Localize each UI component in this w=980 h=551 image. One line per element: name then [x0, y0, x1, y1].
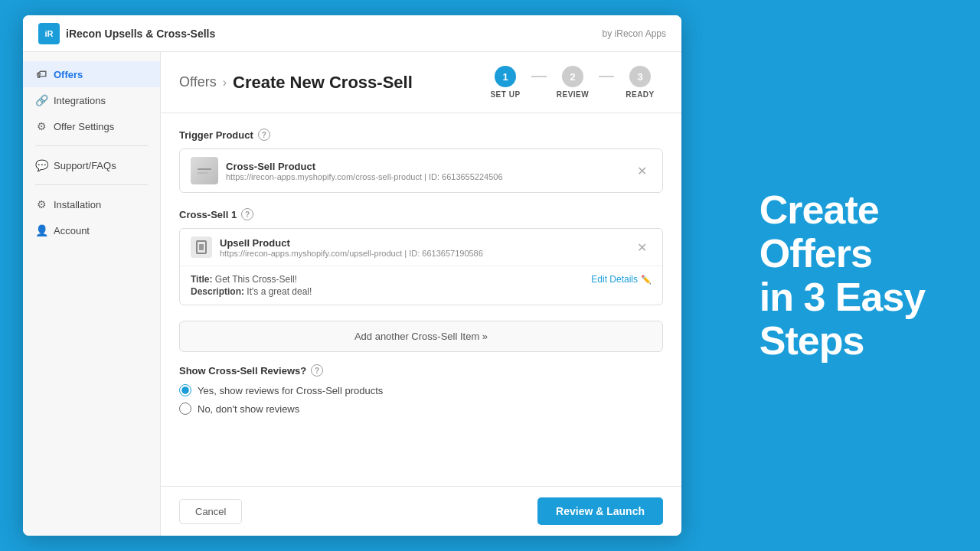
step-label-3: READY: [626, 90, 655, 99]
chat-icon: 💬: [35, 159, 47, 171]
add-cross-sell-item-button[interactable]: Add another Cross-Sell Item »: [179, 321, 663, 352]
sidebar-item-offers[interactable]: 🏷 Offers: [23, 61, 160, 87]
cross-sell-product-info: Upsell Product https://irecon-apps.mysho…: [220, 237, 483, 258]
review-launch-button[interactable]: Review & Launch: [537, 497, 663, 525]
sliders-icon: ⚙: [35, 120, 47, 132]
reviews-yes-radio[interactable]: [179, 384, 191, 396]
cross-sell-card: Upsell Product https://irecon-apps.mysho…: [179, 228, 663, 305]
page-header: Offers › Create New Cross-Sell 1 SET UP: [161, 52, 681, 113]
brand: iR iRecon Upsells & Cross-Sells: [38, 23, 215, 44]
cross-sell-card-header: Upsell Product https://irecon-apps.mysho…: [180, 229, 662, 266]
trigger-product-thumb: [191, 157, 218, 184]
page-title: Create New Cross-Sell: [233, 73, 413, 93]
trigger-product-section: Trigger Product ?: [179, 129, 663, 193]
description-value: It's a great deal!: [247, 286, 312, 297]
cross-sell-help-icon[interactable]: ?: [241, 208, 253, 220]
sidebar-item-installation[interactable]: ⚙ Installation: [23, 191, 160, 217]
cross-sell-product-url: https://irecon-apps.myshopify.com/upsell…: [220, 249, 483, 258]
reviews-radio-group: Yes, show reviews for Cross-Sell product…: [179, 384, 663, 415]
cross-sell-section: Cross-Sell 1 ?: [179, 208, 663, 305]
sidebar-item-offer-settings[interactable]: ⚙ Offer Settings: [23, 113, 160, 139]
window-header: iR iRecon Upsells & Cross-Sells by iReco…: [23, 15, 681, 52]
reviews-label: Show Cross-Sell Reviews? ?: [179, 364, 663, 377]
link-icon: 🔗: [35, 94, 47, 106]
cross-sell-product-inner: Upsell Product https://irecon-apps.mysho…: [191, 236, 483, 258]
sidebar-label-account: Account: [54, 225, 90, 236]
cross-sell-detail-text: Title: Get This Cross-Sell! Description:…: [191, 274, 312, 297]
tag-icon: 🏷: [35, 68, 47, 80]
steps-indicator: 1 SET UP 2 REVIEW: [482, 66, 663, 99]
cross-sell-product-name: Upsell Product: [220, 237, 483, 249]
step-2: 2 REVIEW: [550, 66, 596, 99]
breadcrumb: Offers › Create New Cross-Sell: [179, 73, 413, 93]
app-logo: iR: [38, 23, 60, 44]
sidebar-label-integrations: Integrations: [54, 95, 106, 106]
sidebar-divider: [35, 145, 148, 146]
main-content: Offers › Create New Cross-Sell 1 SET UP: [161, 52, 681, 536]
step-connector-1: [531, 76, 547, 77]
step-circle-2: 2: [562, 66, 583, 87]
trigger-product-info: Cross-Sell Product https://irecon-apps.m…: [226, 161, 503, 181]
sidebar-divider-2: [35, 184, 148, 185]
upsell-product-thumb: [191, 236, 212, 258]
sidebar-label-installation: Installation: [54, 199, 101, 210]
cancel-button[interactable]: Cancel: [179, 499, 242, 524]
sidebar-label-offers: Offers: [54, 69, 83, 80]
description-label: Description:: [191, 286, 244, 297]
title-label: Title:: [191, 274, 212, 285]
step-3: 3 READY: [617, 66, 663, 99]
cross-sell-card-details: Title: Get This Cross-Sell! Description:…: [180, 266, 662, 305]
sidebar-label-offer-settings: Offer Settings: [54, 121, 114, 132]
reviews-yes-option[interactable]: Yes, show reviews for Cross-Sell product…: [179, 384, 663, 396]
sidebar-item-integrations[interactable]: 🔗 Integrations: [23, 87, 160, 113]
step-circle-1: 1: [495, 66, 516, 87]
step-label-2: REVIEW: [557, 90, 589, 99]
form-area: Trigger Product ?: [161, 113, 681, 486]
edit-details-button[interactable]: Edit Details ✏️: [591, 274, 652, 285]
cross-sell-label: Cross-Sell 1 ?: [179, 208, 663, 220]
sidebar-item-account[interactable]: 👤 Account: [23, 217, 160, 243]
cross-sell-description-line: Description: It's a great deal!: [191, 286, 312, 297]
breadcrumb-separator: ›: [223, 76, 227, 90]
gear-icon: ⚙: [35, 198, 47, 210]
user-icon: 👤: [35, 224, 47, 236]
sidebar: 🏷 Offers 🔗 Integrations ⚙ Offer Settings: [23, 52, 161, 536]
cross-sell-title-line: Title: Get This Cross-Sell!: [191, 274, 312, 285]
window-footer: Cancel Review & Launch: [161, 486, 681, 536]
sidebar-label-support: Support/FAQs: [54, 160, 116, 171]
cross-sell-remove-button[interactable]: ✕: [632, 239, 652, 256]
step-label-1: SET UP: [490, 90, 520, 99]
sidebar-item-support[interactable]: 💬 Support/FAQs: [23, 152, 160, 178]
edit-icon: ✏️: [641, 275, 652, 285]
step-connector-2: [599, 76, 614, 77]
trigger-product-name: Cross-Sell Product: [226, 161, 503, 172]
reviews-no-radio[interactable]: [179, 403, 191, 415]
trigger-product-label: Trigger Product ?: [179, 129, 663, 141]
marketing-text: Create Offers in 3 Easy Steps: [760, 188, 925, 364]
reviews-section: Show Cross-Sell Reviews? ? Yes, show rev…: [179, 364, 663, 415]
trigger-product-inner: Cross-Sell Product https://irecon-apps.m…: [191, 157, 503, 184]
step-circle-3: 3: [629, 66, 651, 87]
title-value: Get This Cross-Sell!: [215, 274, 297, 285]
reviews-no-option[interactable]: No, don't show reviews: [179, 403, 663, 415]
step-1: 1 SET UP: [482, 66, 528, 99]
marketing-panel: Create Offers in 3 Easy Steps: [704, 0, 980, 551]
app-by: by iRecon Apps: [603, 28, 666, 39]
app-name: iRecon Upsells & Cross-Sells: [66, 28, 215, 40]
trigger-product-help-icon[interactable]: ?: [258, 129, 270, 141]
breadcrumb-link[interactable]: Offers: [179, 74, 217, 90]
trigger-product-remove-button[interactable]: ✕: [632, 162, 652, 180]
trigger-product-url: https://irecon-apps.myshopify.com/cross-…: [226, 172, 503, 181]
reviews-help-icon[interactable]: ?: [311, 364, 323, 377]
trigger-product-card: Cross-Sell Product https://irecon-apps.m…: [179, 148, 663, 193]
